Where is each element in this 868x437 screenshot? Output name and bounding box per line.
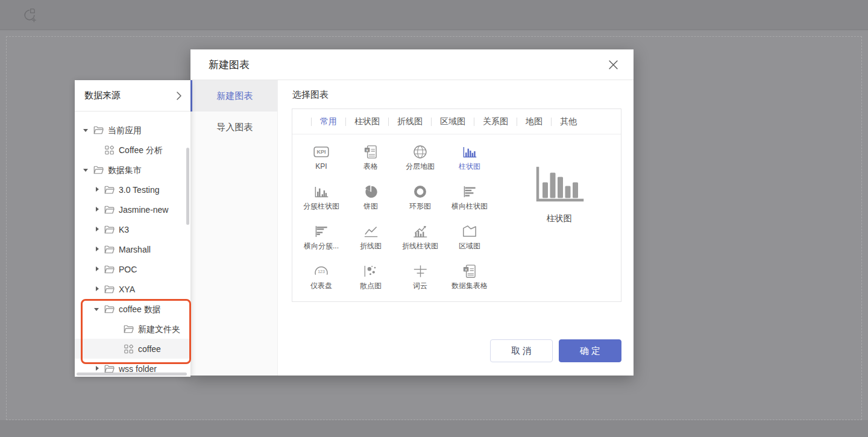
- caret-icon[interactable]: [93, 146, 100, 153]
- tree-item[interactable]: coffee 数据: [75, 299, 190, 319]
- chart-type-grid: KPI 表格 分层地图 柱状图: [292, 134, 497, 301]
- caret-icon[interactable]: [93, 246, 100, 253]
- category-tab[interactable]: 关系图: [465, 116, 508, 127]
- data-source-tree: 当前应用 Coffee 分析 数据集市 3.0 Testing Jasm: [75, 112, 190, 377]
- tree-item[interactable]: POC: [75, 259, 190, 279]
- category-tab-label: 关系图: [483, 116, 508, 127]
- line-icon: [362, 222, 380, 239]
- category-tab-label: 折线图: [397, 116, 423, 127]
- caret-icon[interactable]: [113, 345, 119, 352]
- chart-type-item[interactable]: 散点图: [346, 261, 395, 301]
- chart-type-item[interactable]: 仪表盘: [297, 261, 346, 301]
- close-icon[interactable]: [609, 60, 618, 69]
- chevron-right-icon[interactable]: [176, 91, 182, 101]
- chart-type-label: 表格: [363, 163, 378, 170]
- chart-type-item[interactable]: 分层地图: [395, 142, 445, 181]
- chart-type-item[interactable]: KPI: [297, 142, 346, 181]
- cancel-button[interactable]: 取 消: [490, 339, 553, 362]
- modal-tab[interactable]: 导入图表: [190, 112, 277, 143]
- modal-body: 新建图表 导入图表 选择图表 常用 柱状图 折线图: [190, 80, 634, 376]
- tree-item-label: wss folder: [119, 365, 157, 373]
- dataset-icon: [104, 145, 115, 155]
- chart-type-item[interactable]: 词云: [395, 261, 445, 301]
- preview-chart-name: 柱状图: [547, 213, 572, 224]
- chart-type-label: 环形图: [409, 203, 431, 210]
- category-tab[interactable]: 折线图: [380, 116, 423, 127]
- tree-item-label: POC: [119, 265, 137, 274]
- chart-type-label: 折线图: [360, 242, 382, 250]
- folder-icon: [104, 205, 115, 215]
- category-tab[interactable]: 柱状图: [337, 116, 380, 127]
- category-tab[interactable]: 常用: [303, 116, 337, 127]
- tree-item[interactable]: Jasmine-new: [75, 200, 190, 219]
- caret-icon[interactable]: [93, 266, 100, 272]
- chart-type-item[interactable]: 柱状图: [445, 142, 494, 181]
- tree-item[interactable]: Marshall: [75, 239, 190, 259]
- screen: 数据来源 当前应用 Coffee 分析 数据集市: [0, 0, 868, 437]
- chart-type-item[interactable]: 折线柱状图: [395, 221, 445, 261]
- dataset-icon: [124, 344, 134, 354]
- caret-icon[interactable]: [113, 325, 119, 332]
- chart-type-item[interactable]: 数据集表格: [445, 261, 494, 301]
- chart-type-item[interactable]: 折线图: [346, 221, 395, 261]
- caret-icon[interactable]: [83, 166, 89, 173]
- modal-tab-label: 导入图表: [217, 122, 253, 133]
- tree-item[interactable]: K3: [75, 219, 190, 239]
- modal-tab[interactable]: 新建图表: [190, 80, 277, 112]
- tree-item-label: 当前应用: [108, 126, 142, 134]
- caret-icon[interactable]: [93, 365, 100, 372]
- tree-item[interactable]: 3.0 Testing: [75, 180, 190, 200]
- chart-type-item[interactable]: 横向分簇...: [297, 221, 346, 261]
- caret-icon[interactable]: [93, 306, 100, 312]
- chart-type-item[interactable]: 分簇柱状图: [297, 181, 346, 221]
- dataset-table-icon: [461, 262, 479, 279]
- add-chart-icon[interactable]: [22, 7, 37, 23]
- tree-item-label: 3.0 Testing: [119, 186, 159, 194]
- chart-type-label: 柱状图: [459, 163, 480, 170]
- vertical-scrollbar[interactable]: [186, 148, 189, 225]
- caret-icon[interactable]: [93, 206, 100, 213]
- caret-icon[interactable]: [93, 286, 100, 292]
- bar-cluster-icon: [312, 183, 330, 200]
- folder-icon: [93, 125, 104, 135]
- tree-item[interactable]: Coffee 分析: [75, 140, 190, 160]
- chart-type-item[interactable]: 区域图: [445, 221, 494, 261]
- caret-icon[interactable]: [93, 226, 100, 233]
- chart-type-item[interactable]: 表格: [346, 142, 395, 181]
- chart-type-label: 分层地图: [406, 163, 435, 170]
- wordcloud-icon: [411, 262, 429, 279]
- category-tab-label: 常用: [320, 116, 337, 127]
- table-icon: [362, 143, 380, 160]
- caret-icon[interactable]: [93, 186, 100, 193]
- chart-type-label: 横向柱状图: [451, 203, 488, 210]
- modal-tab-list: 新建图表 导入图表: [190, 80, 278, 376]
- tree-item[interactable]: 新建文件夹: [75, 319, 190, 339]
- tree-item[interactable]: XYA: [75, 279, 190, 299]
- hbar-cluster-icon: [312, 222, 330, 239]
- tree-item-label: coffee: [138, 345, 161, 353]
- tree-item-label: coffee 数据: [119, 305, 161, 313]
- category-tab[interactable]: 其他: [542, 116, 577, 127]
- horizontal-scrollbar[interactable]: [77, 373, 187, 376]
- chart-type-item[interactable]: 饼图: [346, 181, 395, 221]
- tree-item-label: 数据集市: [108, 166, 142, 174]
- category-tab[interactable]: 地图: [508, 116, 542, 127]
- folder-icon: [104, 265, 115, 274]
- chart-type-item[interactable]: 横向柱状图: [445, 181, 494, 221]
- modal-footer: 取 消 确 定: [490, 339, 621, 362]
- chart-type-item[interactable]: 环形图: [395, 181, 445, 221]
- folder-icon: [104, 245, 115, 254]
- category-tab-label: 区域图: [440, 116, 465, 127]
- category-tab[interactable]: 区域图: [423, 116, 465, 127]
- confirm-button[interactable]: 确 定: [559, 339, 621, 362]
- chart-type-label: 仪表盘: [310, 282, 332, 289]
- tree-item-label: K3: [119, 225, 129, 234]
- modal-content: 选择图表 常用 柱状图 折线图 区域图: [278, 80, 634, 376]
- caret-icon[interactable]: [83, 127, 89, 133]
- tree-item[interactable]: coffee: [75, 339, 190, 359]
- bottom-strip: [0, 420, 868, 437]
- tree-item[interactable]: 当前应用: [75, 120, 190, 140]
- scatter-icon: [362, 262, 380, 279]
- folder-icon: [104, 285, 115, 294]
- tree-item[interactable]: 数据集市: [75, 160, 190, 180]
